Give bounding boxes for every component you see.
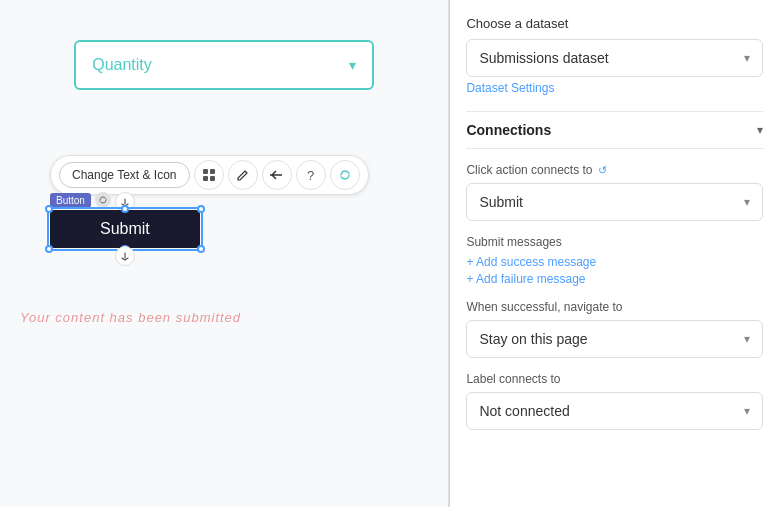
anchor-top-handle[interactable] [115,192,135,212]
svg-rect-1 [210,169,215,174]
anchor-bottom-handle[interactable] [115,246,135,266]
quantity-label: Quantity [92,56,152,74]
right-panel: Choose a dataset Submissions dataset ▾ D… [450,0,779,507]
pen-icon [236,169,249,182]
add-failure-message-link[interactable]: + Add failure message [466,272,763,286]
toolbar-container: Change Text & Icon [50,155,369,195]
quantity-dropdown[interactable]: Quantity ▾ [74,40,374,90]
connections-section-header[interactable]: Connections ▾ [466,111,763,149]
download-top-icon [120,197,130,207]
label-connects-title: Label connects to [466,372,763,386]
connect-icon [338,168,352,182]
navigate-select[interactable]: Stay on this page ▾ [466,320,763,358]
back-icon [269,168,285,182]
submit-messages-section: Submit messages + Add success message + … [466,235,763,286]
svg-rect-2 [203,176,208,181]
label-connects-select[interactable]: Not connected ▾ [466,392,763,430]
navigate-value: Stay on this page [479,331,587,347]
pen-icon-button[interactable] [228,160,258,190]
left-panel: Quantity ▾ Change Text & Icon [0,0,449,507]
choose-dataset-label: Choose a dataset [466,16,763,31]
dataset-select[interactable]: Submissions dataset ▾ [466,39,763,77]
button-badge: Button [50,193,91,208]
label-connects-section: Label connects to Not connected ▾ [466,372,763,430]
reconnect-icon [98,195,108,205]
add-success-message-link[interactable]: + Add success message [466,255,763,269]
submit-button-widget: Submit [50,210,200,248]
connect-icon-button[interactable] [330,160,360,190]
success-message-text: Your content has been submitted [20,310,241,325]
navigate-chevron-icon: ▾ [744,332,750,346]
dataset-settings-link[interactable]: Dataset Settings [466,81,763,95]
label-connects-value: Not connected [479,403,569,419]
change-text-icon-button[interactable]: Change Text & Icon [59,162,190,188]
svg-rect-3 [210,176,215,181]
navigate-section: When successful, navigate to Stay on thi… [466,300,763,358]
back-icon-button[interactable] [262,160,292,190]
dataset-value: Submissions dataset [479,50,608,66]
question-icon: ? [307,168,314,183]
widget-connect-icon[interactable] [95,192,111,208]
quantity-chevron-icon: ▾ [349,57,356,73]
refresh-icon[interactable]: ↺ [598,164,607,177]
download-bottom-icon [120,251,130,261]
click-action-chevron-icon: ▾ [744,195,750,209]
svg-rect-0 [203,169,208,174]
label-connects-chevron-icon: ▾ [744,404,750,418]
dataset-chevron-icon: ▾ [744,51,750,65]
click-action-select[interactable]: Submit ▾ [466,183,763,221]
connections-chevron-icon: ▾ [757,123,763,137]
help-icon-button[interactable]: ? [296,160,326,190]
layout-icon-button[interactable] [194,160,224,190]
click-action-label: Click action connects to ↺ [466,163,763,177]
connections-title: Connections [466,122,551,138]
toolbar: Change Text & Icon [50,155,369,195]
submit-button[interactable]: Submit [50,210,200,248]
button-widget-area: Button Submit [50,192,200,248]
layout-icon [202,168,216,182]
submit-messages-title: Submit messages [466,235,763,249]
navigate-title: When successful, navigate to [466,300,763,314]
click-action-value: Submit [479,194,523,210]
